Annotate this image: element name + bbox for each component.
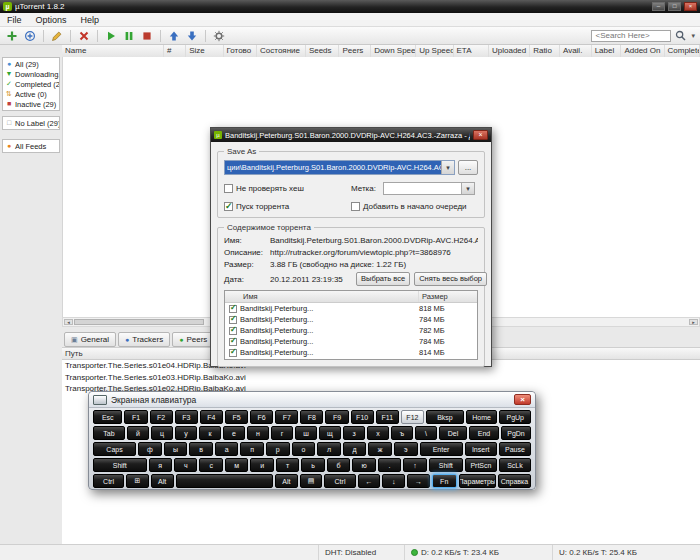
torrent-file-row[interactable]: Banditskij.Peterburg... 784 МБ — [225, 336, 477, 347]
keyboard-key[interactable]: т — [276, 458, 299, 472]
scrollbar-thumb[interactable] — [74, 319, 204, 325]
keyboard-key[interactable]: F8 — [300, 410, 323, 424]
scroll-right-icon[interactable]: ▸ — [689, 319, 698, 325]
add-torrent-icon[interactable] — [3, 28, 20, 43]
sidebar-item-completed[interactable]: ✓ Completed (28) — [3, 79, 59, 89]
keyboard-key[interactable]: ю — [352, 458, 375, 472]
keyboard-key[interactable]: ч — [174, 458, 197, 472]
tab-general[interactable]: ▣ General — [64, 332, 116, 347]
column-header[interactable]: Avail. — [560, 45, 592, 57]
keyboard-key[interactable]: Ctrl — [324, 474, 355, 488]
minimize-button[interactable]: – — [652, 2, 665, 11]
keyboard-key[interactable]: F3 — [175, 410, 198, 424]
keyboard-key[interactable]: F11 — [376, 410, 399, 424]
column-header[interactable]: Completed — [665, 45, 700, 57]
save-path-combobox[interactable]: ции\Banditskij.Peterburg.S01.Baron.2000.… — [224, 160, 455, 175]
keyboard-key[interactable]: Caps — [93, 442, 136, 456]
file-path-row[interactable]: Transporter.The.Series.s01e03.HDRip.Baib… — [62, 372, 700, 384]
keyboard-key[interactable]: Del — [439, 426, 467, 440]
preferences-icon[interactable] — [210, 28, 227, 43]
start-icon[interactable] — [102, 28, 119, 43]
column-header[interactable]: Состояние — [257, 45, 306, 57]
create-torrent-icon[interactable] — [48, 28, 65, 43]
column-header[interactable]: ETA — [454, 45, 489, 57]
tab-trackers[interactable]: ● Trackers — [118, 332, 170, 347]
file-size-column-header[interactable]: Размер — [419, 291, 477, 302]
file-name-column-header[interactable]: Имя — [225, 291, 419, 302]
keyboard-key[interactable]: F4 — [200, 410, 223, 424]
keyboard-key[interactable]: Shift — [429, 458, 463, 472]
column-header[interactable]: Up Speed — [416, 45, 453, 57]
keyboard-key[interactable]: Справка — [498, 474, 531, 488]
sidebar-item-all-feeds[interactable]: ● All Feeds — [3, 141, 59, 151]
keyboard-key[interactable]: б — [327, 458, 350, 472]
keyboard-key[interactable]: Shift — [93, 458, 147, 472]
keyboard-key[interactable]: F2 — [150, 410, 173, 424]
menu-file[interactable]: File — [0, 15, 29, 25]
combobox-dropdown-icon[interactable] — [441, 161, 454, 174]
keyboard-key[interactable]: ы — [164, 442, 188, 456]
keyboard-key[interactable]: F10 — [351, 410, 374, 424]
torrent-file-row[interactable]: Banditskij.Peterburg... 818 МБ — [225, 303, 477, 314]
label-combobox[interactable] — [383, 182, 475, 195]
keyboard-key[interactable]: Alt — [151, 474, 174, 488]
column-header[interactable]: Label — [592, 45, 622, 57]
keyboard-key[interactable]: в — [189, 442, 213, 456]
torrent-file-row[interactable]: Banditskij.Peterburg... 784 МБ — [225, 314, 477, 325]
column-header[interactable]: Down Speed — [371, 45, 416, 57]
torrent-file-row[interactable]: Banditskij.Peterburg... 814 МБ — [225, 347, 477, 358]
keyboard-key[interactable]: ← — [358, 474, 381, 488]
keyboard-key[interactable]: PgDn — [501, 426, 531, 440]
deselect-all-button[interactable]: Снять весь выбор — [414, 272, 487, 286]
keyboard-key[interactable]: Bksp — [426, 410, 464, 424]
column-header[interactable]: Peers — [339, 45, 371, 57]
queue-up-icon[interactable] — [165, 28, 182, 43]
keyboard-key[interactable]: й — [127, 426, 149, 440]
skip-hash-checkbox[interactable] — [224, 184, 233, 193]
keyboard-key[interactable]: F12 — [401, 410, 424, 424]
file-checkbox[interactable] — [229, 327, 237, 335]
dht-status[interactable]: DHT: Disabled — [318, 545, 404, 560]
keyboard-key[interactable]: PgUp — [499, 410, 531, 424]
keyboard-key[interactable]: ж — [368, 442, 392, 456]
keyboard-key[interactable]: е — [223, 426, 245, 440]
sidebar-item-inactive[interactable]: ■ Inactive (29) — [3, 99, 59, 109]
keyboard-close-button[interactable]: × — [514, 394, 531, 405]
file-checkbox[interactable] — [229, 305, 237, 313]
file-checkbox[interactable] — [229, 349, 237, 357]
add-from-url-icon[interactable] — [21, 28, 38, 43]
keyboard-key[interactable]: F9 — [325, 410, 348, 424]
keyboard-key[interactable]: End — [469, 426, 499, 440]
maximize-button[interactable]: □ — [668, 2, 681, 11]
keyboard-key[interactable]: д — [343, 442, 367, 456]
keyboard-key[interactable]: р — [266, 442, 290, 456]
add-to-top-checkbox[interactable] — [351, 202, 360, 211]
keyboard-key[interactable]: Esc — [93, 410, 122, 424]
keyboard-key[interactable]: с — [199, 458, 222, 472]
keyboard-key[interactable]: ↑ — [403, 458, 426, 472]
keyboard-key[interactable]: у — [175, 426, 197, 440]
keyboard-key[interactable]: э — [394, 442, 418, 456]
keyboard-key[interactable]: х — [367, 426, 389, 440]
keyboard-key[interactable]: Параметры — [459, 474, 496, 488]
scroll-left-icon[interactable]: ◂ — [64, 319, 73, 325]
keyboard-key[interactable]: м — [225, 458, 248, 472]
keyboard-key[interactable]: F7 — [275, 410, 298, 424]
search-engine-dropdown-icon[interactable]: ▾ — [691, 32, 695, 40]
column-header[interactable]: Seeds — [306, 45, 340, 57]
keyboard-key[interactable]: з — [343, 426, 365, 440]
search-input[interactable] — [591, 30, 671, 42]
queue-down-icon[interactable] — [183, 28, 200, 43]
keyboard-key[interactable]: Enter — [420, 442, 463, 456]
keyboard-key[interactable] — [176, 474, 273, 488]
keyboard-key[interactable]: к — [199, 426, 221, 440]
remove-icon[interactable] — [75, 28, 92, 43]
sidebar-item-all[interactable]: ● All (29) — [3, 59, 59, 69]
keyboard-key[interactable]: Tab — [93, 426, 125, 440]
keyboard-key[interactable]: Fn — [432, 474, 457, 488]
browse-button[interactable]: ... — [458, 160, 478, 175]
keyboard-title-bar[interactable]: Экранная клавиатура × — [89, 392, 535, 408]
title-bar[interactable]: µ µTorrent 1.8.2 – □ × — [0, 0, 700, 13]
keyboard-key[interactable]: Ctrl — [93, 474, 124, 488]
file-checkbox[interactable] — [229, 316, 237, 324]
